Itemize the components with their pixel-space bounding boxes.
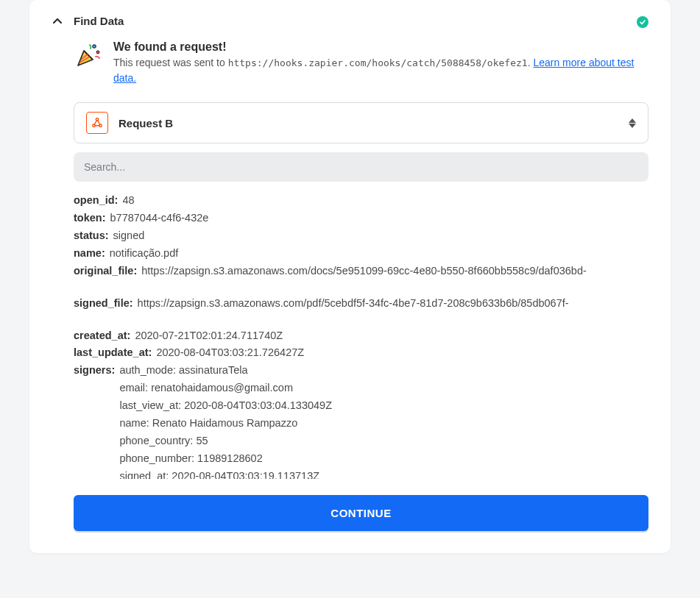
found-description: This request was sent to https://hooks.z… <box>113 55 648 86</box>
search-input[interactable] <box>74 152 648 182</box>
field-status: status: signed <box>74 227 643 245</box>
field-value: https://zapsign.s3.amazonaws.com/pdf/5ce… <box>138 295 569 313</box>
field-original-file: original_file: https://zapsign.s3.amazon… <box>74 263 643 280</box>
field-name: name: notificação.pdf <box>74 245 643 263</box>
field-value: 2020-07-21T02:01:24.711740Z <box>135 327 283 345</box>
data-area: Request B open_id: 48 token: b7787044-c4… <box>74 102 648 531</box>
field-key: original_file: <box>74 263 137 280</box>
continue-button[interactable]: CONTINUE <box>74 495 648 531</box>
data-list[interactable]: open_id: 48 token: b7787044-c4f6-432e st… <box>74 192 648 479</box>
party-popper-icon <box>74 40 103 70</box>
find-data-panel: Find Data We found a request! <box>29 0 671 553</box>
found-heading: We found a request! <box>113 40 648 54</box>
panel-content: We found a request! This request was sen… <box>52 27 648 531</box>
field-key: last_update_at: <box>74 344 152 362</box>
field-token: token: b7787044-c4f6-432e <box>74 210 643 227</box>
found-request-block: We found a request! This request was sen… <box>74 40 648 86</box>
field-key: created_at: <box>74 327 130 345</box>
signer-email: email: renatohaidamous@gmail.com <box>119 380 332 397</box>
field-value: signed <box>113 227 145 245</box>
signer-signed-at: signed_at: 2020-08-04T03:03:19.113713Z <box>119 468 332 479</box>
field-value: 48 <box>122 192 134 210</box>
field-key: name: <box>74 245 105 263</box>
field-key: status: <box>74 227 109 245</box>
field-key: token: <box>74 210 106 227</box>
signers-lines: auth_mode: assinaturaTela email: renatoh… <box>119 362 332 479</box>
field-open-id: open_id: 48 <box>74 192 643 210</box>
svg-point-1 <box>96 51 99 54</box>
search-box <box>74 152 648 182</box>
signer-auth-mode: auth_mode: assinaturaTela <box>119 362 332 380</box>
field-value: b7787044-c4f6-432e <box>110 210 209 227</box>
field-signed-file: signed_file: https://zapsign.s3.amazonaw… <box>74 295 643 313</box>
signer-name: name: Renato Haidamous Rampazzo <box>119 415 332 433</box>
signer-last-view-at: last_view_at: 2020-08-04T03:03:04.133049… <box>119 397 332 415</box>
svg-marker-5 <box>629 118 636 123</box>
field-signers: signers: auth_mode: assinaturaTela email… <box>74 362 643 479</box>
webhook-icon <box>86 112 108 134</box>
field-key: open_id: <box>74 192 118 210</box>
webhook-url: https://hooks.zapier.com/hooks/catch/508… <box>228 57 528 68</box>
status-check-icon <box>637 16 648 28</box>
field-created-at: created_at: 2020-07-21T02:01:24.711740Z <box>74 327 643 345</box>
field-value: https://zapsign.s3.amazonaws.com/docs/5e… <box>141 263 587 280</box>
svg-marker-6 <box>629 124 636 128</box>
field-value: notificação.pdf <box>110 245 179 263</box>
sort-icon <box>629 118 636 128</box>
panel-title: Find Data <box>74 15 124 27</box>
field-value: 2020-08-04T03:03:21.726427Z <box>156 344 304 362</box>
field-last-update-at: last_update_at: 2020-08-04T03:03:21.7264… <box>74 344 643 362</box>
field-key: signers: <box>74 362 115 380</box>
panel-header: Find Data <box>52 15 648 27</box>
svg-point-0 <box>93 45 96 48</box>
request-selector[interactable]: Request B <box>74 102 648 143</box>
request-label: Request B <box>119 117 173 129</box>
found-text: We found a request! This request was sen… <box>113 40 648 86</box>
signer-phone-number: phone_number: 11989128602 <box>119 450 332 468</box>
signer-phone-country: phone_country: 55 <box>119 433 332 450</box>
chevron-up-icon[interactable] <box>52 15 63 27</box>
field-key: signed_file: <box>74 295 133 313</box>
found-prefix: This request was sent to <box>113 57 228 68</box>
